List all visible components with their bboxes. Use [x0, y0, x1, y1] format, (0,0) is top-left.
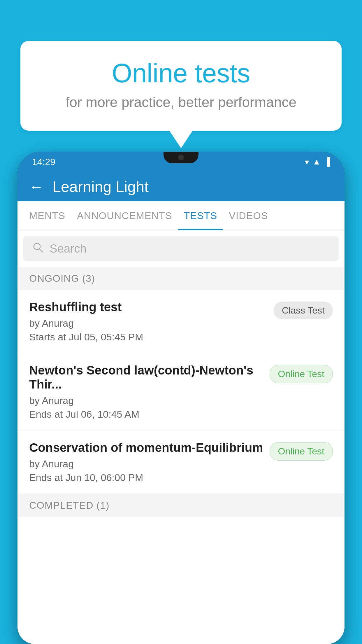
search-bar[interactable]: Search — [23, 236, 339, 261]
tabs-container: MENTS ANNOUNCEMENTS TESTS VIDEOS — [17, 201, 345, 230]
test-date: Ends at Jul 06, 10:45 AM — [29, 409, 264, 420]
camera-dot — [178, 155, 184, 160]
test-badge-online: Online Test — [270, 442, 333, 461]
test-info: Newton's Second law(contd)-Newton's Thir… — [29, 363, 264, 420]
speech-bubble-tail — [169, 131, 193, 148]
status-time: 14:29 — [32, 157, 55, 167]
speech-bubble-subtitle: for more practice, better performance — [44, 94, 318, 110]
back-button[interactable]: ← — [29, 179, 44, 194]
speech-bubble: Online tests for more practice, better p… — [20, 41, 342, 131]
speech-bubble-wrapper: Online tests for more practice, better p… — [20, 41, 342, 148]
test-badge-class: Class Test — [274, 302, 333, 319]
test-name: Reshuffling test — [29, 300, 268, 314]
tab-ments[interactable]: MENTS — [23, 201, 71, 230]
test-author: by Anurag — [29, 395, 264, 406]
test-author: by Anurag — [29, 458, 264, 470]
tab-announcements[interactable]: ANNOUNCEMENTS — [71, 201, 178, 230]
phone-notch — [164, 152, 198, 163]
wifi-icon: ▾ — [305, 157, 309, 167]
ongoing-section-header: ONGOING (3) — [17, 267, 345, 290]
svg-line-1 — [39, 249, 43, 252]
test-name: Newton's Second law(contd)-Newton's Thir… — [29, 363, 264, 391]
phone-frame: 14:29 ▾ ▲ ▐ ← Learning Light MENTS ANNOU… — [17, 152, 345, 644]
test-name: Conservation of momentum-Equilibrium — [29, 441, 264, 455]
phone-screen: MENTS ANNOUNCEMENTS TESTS VIDEOS Search — [17, 201, 345, 644]
test-item[interactable]: Newton's Second law(contd)-Newton's Thir… — [17, 353, 345, 430]
test-item[interactable]: Conservation of momentum-Equilibrium by … — [17, 430, 345, 494]
test-info: Conservation of momentum-Equilibrium by … — [29, 441, 264, 483]
test-item[interactable]: Reshuffling test by Anurag Starts at Jul… — [17, 290, 345, 353]
test-author: by Anurag — [29, 318, 268, 329]
test-badge-online: Online Test — [270, 365, 333, 383]
speech-bubble-title: Online tests — [44, 58, 318, 88]
signal-icon: ▲ — [312, 157, 321, 167]
app-header: ← Learning Light — [17, 172, 345, 201]
battery-icon: ▐ — [324, 157, 330, 167]
status-icons: ▾ ▲ ▐ — [305, 157, 330, 167]
search-placeholder: Search — [50, 242, 87, 255]
test-info: Reshuffling test by Anurag Starts at Jul… — [29, 300, 268, 343]
app-title: Learning Light — [52, 178, 149, 195]
completed-section-header: COMPLETED (1) — [17, 494, 345, 517]
tab-videos[interactable]: VIDEOS — [223, 201, 274, 230]
test-date: Ends at Jun 10, 06:00 PM — [29, 472, 264, 483]
status-bar: 14:29 ▾ ▲ ▐ — [17, 152, 345, 172]
test-date: Starts at Jul 05, 05:45 PM — [29, 331, 268, 343]
tests-list: ONGOING (3) Reshuffling test by Anurag S… — [17, 267, 345, 644]
search-icon — [32, 242, 44, 256]
tab-tests[interactable]: TESTS — [178, 201, 223, 230]
